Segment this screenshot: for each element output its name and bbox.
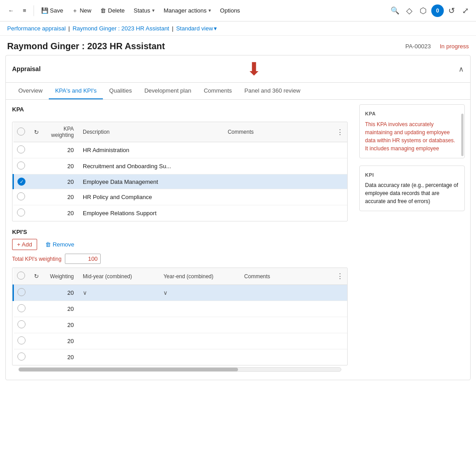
kpi-row-checkbox-cell[interactable] [13,333,30,349]
kpa-row-checkbox-cell[interactable] [13,189,30,205]
kpa-table-row[interactable]: 20 HR Administration [13,142,348,158]
search-button[interactable]: 🔍 [388,4,402,17]
kpi-row-comments [241,317,333,333]
diamond-icon-button[interactable]: ◇ [404,4,415,17]
kpi-row-more-cell [333,317,347,333]
kpa-table-row[interactable]: 20 Recruitment and Onboarding Su... [13,158,348,174]
delete-label: Delete [108,7,125,14]
kpa-header-checkbox[interactable] [17,127,25,136]
add-kpi-button[interactable]: + Add [12,239,37,250]
kpi-row-checkbox-cell[interactable] [13,317,30,333]
kpa-header-refresh-icon[interactable]: ↻ [34,129,39,136]
card-collapse-button[interactable]: ∧ [459,65,464,73]
kpi-row-midyear[interactable]: ∨ [79,285,160,301]
kpi-table-row[interactable]: 20 [13,301,348,317]
new-plus-icon: ＋ [72,7,78,15]
breadcrumb-view-selector[interactable]: Standard view ▾ [176,25,217,32]
appraisal-card: Appraisal ⬇ ∧ Overview KPA's and KPI's Q… [5,55,471,380]
kpa-row-empty-checkbox[interactable] [17,208,25,217]
kpa-table: ↻ KPA weighting Description Comments ⋮ [13,122,347,221]
page-header: Raymond Ginger : 2023 HR Assistant PA-00… [0,36,476,55]
kpi-row-empty-checkbox[interactable] [17,304,26,312]
new-button[interactable]: ＋ New [68,4,95,17]
kpi-row-empty-checkbox[interactable] [17,336,26,344]
kpi-row-more-cell [333,285,347,301]
tab-qualities[interactable]: Qualities [103,83,138,99]
kpi-table-row[interactable]: 20 [13,349,348,365]
kpa-row-empty-checkbox[interactable] [17,161,25,170]
scrollbar-thumb [19,368,238,371]
kpa-row-more-cell [333,205,347,221]
kpa-row-comments [224,142,333,158]
kpi-row-weight: 20 [43,317,79,333]
tab-overview[interactable]: Overview [12,83,49,99]
breadcrumb-view-label: Standard view [176,25,213,32]
remove-kpi-button[interactable]: 🗑 Remove [41,239,79,250]
tab-comments[interactable]: Comments [197,83,238,99]
kpa-more-icon[interactable]: ⋮ [336,128,344,136]
kpa-row-refresh-cell [29,174,43,189]
kpi-row-checkbox-cell[interactable] [13,349,30,365]
kpi-row-comments [241,285,333,301]
total-kpi-input[interactable] [65,254,101,264]
kpi-row-yearend[interactable]: ∨ [160,285,240,301]
expand-icon-button[interactable]: ⤢ [459,4,472,17]
manager-actions-button[interactable]: Manager actions ▾ [160,5,215,16]
horizontal-scrollbar[interactable] [18,367,341,372]
breadcrumb-link-record[interactable]: Raymond Ginger : 2023 HR Assistant [72,25,169,32]
yearend-dropdown-icon[interactable]: ∨ [163,289,168,296]
kpa-row-checkbox-cell[interactable]: ✓ [13,174,30,189]
kpa-row-checked-icon[interactable]: ✓ [17,178,26,186]
kpi-header-refresh-icon[interactable]: ↻ [34,273,39,280]
kpa-side-box: KPA This KPA involves accurately maintai… [359,104,465,158]
kpa-side-scrollbar[interactable] [461,114,463,156]
kpa-row-empty-checkbox[interactable] [17,192,25,200]
kpa-col-comments-header: Comments [224,122,333,142]
save-button[interactable]: 💾 Save [38,5,67,16]
hexagon-icon-button[interactable]: ⬡ [417,4,429,17]
kpi-row-midyear [79,349,160,365]
kpi-row-empty-checkbox[interactable] [17,320,26,328]
options-label: Options [220,7,240,14]
breadcrumb-chevron-icon: ▾ [214,25,217,32]
kpa-row-description: HR Policy and Compliance [79,189,224,205]
status-button[interactable]: Status ▾ [130,5,158,16]
breadcrumb-link-performance[interactable]: Performance appraisal [7,25,66,32]
kpi-table-row[interactable]: 20 [13,317,348,333]
kpa-table-row[interactable]: 20 Employee Relations Support [13,205,348,221]
kpa-row-refresh-cell [29,142,43,158]
kpa-row-checkbox-cell[interactable] [13,205,30,221]
kpa-row-weight: 20 [43,189,79,205]
tab-panel-360[interactable]: Panel and 360 review [238,83,306,99]
back-button[interactable]: ← [4,5,17,16]
kpi-row-checkbox-cell[interactable] [13,301,30,317]
kpi-header-checkbox[interactable] [17,272,25,280]
kpi-row-empty-circle[interactable] [17,288,26,296]
tab-development-plan[interactable]: Development plan [138,83,198,99]
kpa-row-refresh-cell [29,158,43,174]
total-kpi-label: Total KPI's weighting [12,256,61,262]
kpa-row-checkbox-cell[interactable] [13,158,30,174]
kpa-table-row[interactable]: ✓ 20 Employee Data Management [13,174,348,189]
refresh-icon-button[interactable]: ↺ [446,4,458,17]
kpi-table-row[interactable]: 20 ∨ ∨ [13,285,348,301]
kpi-side-box-content: Data accuracy rate (e.g., percentage of … [365,181,459,205]
side-panel: KPA This KPA involves accurately maintai… [354,100,470,380]
kpi-more-icon[interactable]: ⋮ [336,272,344,280]
kpi-row-empty-checkbox[interactable] [17,352,26,361]
kpi-table-row[interactable]: 20 [13,333,348,349]
options-button[interactable]: Options [217,5,244,16]
kpi-row-refresh-cell [29,301,43,317]
kpa-table-row[interactable]: 20 HR Policy and Compliance [13,189,348,205]
card-header: Appraisal ⬇ ∧ [6,55,470,83]
status-chevron-icon: ▾ [152,8,155,13]
kpi-row-checkbox-cell[interactable] [13,285,30,301]
menu-button[interactable]: ≡ [19,5,30,16]
delete-button[interactable]: 🗑 Delete [97,5,128,16]
kpa-row-more-cell [333,158,347,174]
kpa-row-checkbox-cell[interactable] [13,142,30,158]
kpa-section-title: KPA [12,106,348,113]
midyear-dropdown-icon[interactable]: ∨ [83,289,87,296]
tab-kpas-kpis[interactable]: KPA's and KPI's [49,83,103,99]
kpa-row-empty-checkbox[interactable] [17,145,25,153]
